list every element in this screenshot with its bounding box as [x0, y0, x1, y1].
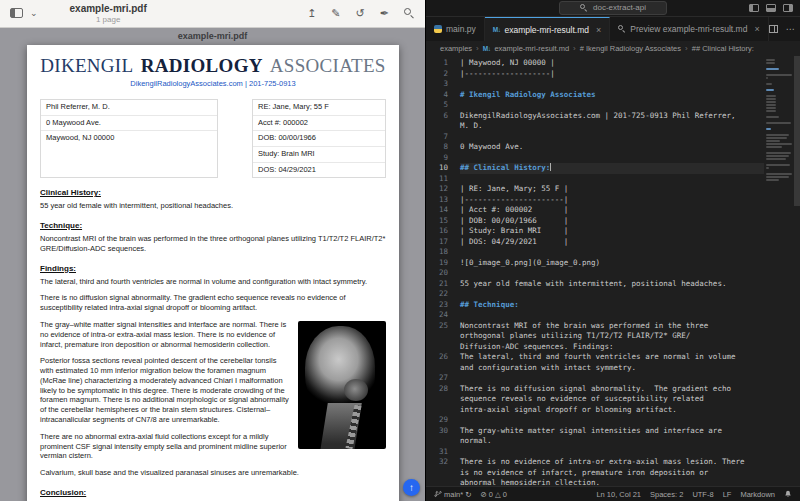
command-center[interactable]: doc-extract-api [559, 1, 667, 15]
line-number [426, 342, 448, 353]
minimap-line [766, 62, 775, 64]
code-line[interactable]: Noncontrast MRI of the brain was perform… [460, 321, 764, 332]
code-line[interactable]: |----------------------| [460, 195, 764, 206]
indentation[interactable]: Spaces: 2 [650, 490, 683, 499]
markup-pencil-icon[interactable]: ✎ [331, 8, 340, 19]
code-line[interactable]: normal. [460, 436, 764, 447]
pen-icon[interactable]: ✒ [380, 8, 389, 19]
breadcrumb-item-file[interactable]: example-mri-result.md [494, 44, 569, 53]
code-line[interactable]: ![0_image_0.png](0_image_0.png) [460, 258, 764, 269]
minimap[interactable] [764, 56, 794, 486]
split-editor-icon[interactable] [769, 25, 778, 33]
toggle-secondary-sidebar-icon[interactable] [783, 4, 793, 12]
language-mode[interactable]: Markdown [740, 490, 775, 499]
toggle-panel-icon[interactable] [766, 4, 776, 12]
line-number: 29 [426, 415, 448, 426]
share-icon[interactable]: ↥ [307, 8, 316, 19]
code-line[interactable] [460, 373, 764, 384]
line-number: 19 [426, 258, 448, 269]
scrollbar-thumb[interactable] [794, 56, 800, 206]
code-line[interactable] [460, 447, 764, 458]
code-line[interactable]: | Maywood, NJ 00000 | [460, 58, 764, 69]
chevron-down-icon[interactable]: ⌄ [30, 9, 38, 18]
eol[interactable]: LF [723, 490, 732, 499]
encoding[interactable]: UTF-8 [692, 490, 713, 499]
breadcrumb-item-h1[interactable]: # Ikengil Radiology Associates [580, 44, 681, 53]
code-line[interactable] [460, 174, 764, 185]
close-icon[interactable]: × [754, 24, 759, 34]
pdf-page[interactable]: DIKENGIL RADIOLOGY ASSOCIATES DikengilRa… [27, 45, 399, 501]
close-icon[interactable]: × [596, 25, 601, 35]
python-icon [434, 25, 442, 33]
breadcrumb-item-folder[interactable]: examples [440, 44, 472, 53]
breadcrumb-item-h2[interactable]: ## Clinical History: [692, 44, 754, 53]
line-number: 13 [426, 195, 448, 206]
code-line[interactable]: M. D. [460, 121, 764, 132]
code-line[interactable]: ## Technique: [460, 300, 764, 311]
rotate-left-icon[interactable]: ↺ [356, 8, 365, 19]
line-number: 15 [426, 216, 448, 227]
code-line[interactable]: |-------------------| [460, 69, 764, 80]
editor-gutter: 123456 789101112131415161718192021222324… [426, 56, 452, 486]
line-number: 16 [426, 226, 448, 237]
code-line[interactable]: DikengilRadiologyAssociates.com | 201-72… [460, 111, 764, 122]
code-line[interactable]: Diffusion-ADC sequences. Findings: [460, 342, 764, 353]
status-right: Ln 10, Col 21 Spaces: 2 UTF-8 LF Markdow… [596, 490, 792, 499]
minimap-line [766, 74, 792, 76]
paragraph: 55 year old female with intermittent, po… [40, 201, 386, 211]
editor-code[interactable]: | Maywood, NJ 00000 ||------------------… [452, 56, 764, 486]
floating-action-button[interactable]: ↑ [403, 479, 420, 496]
code-line[interactable]: | Acct #: 000002 | [460, 205, 764, 216]
patient-line: Study: Brain MRI [253, 147, 385, 163]
code-line[interactable]: There is no diffusion signal abnormality… [460, 384, 764, 395]
code-line[interactable]: ## Clinical History: [460, 163, 764, 174]
code-line[interactable]: 55 year old female with intermittent, po… [460, 279, 764, 290]
editor[interactable]: 123456 789101112131415161718192021222324… [426, 56, 800, 486]
line-number [426, 468, 448, 479]
code-line[interactable] [460, 268, 764, 279]
clinic-contact-link[interactable]: DikengilRadiologyAssociates.com | 201-72… [40, 79, 386, 88]
bell-icon[interactable] [784, 490, 792, 498]
code-line[interactable]: The gray-white matter signal intensities… [460, 426, 764, 437]
code-line[interactable] [460, 100, 764, 111]
tab-preview-example-mri-result-md[interactable]: Preview example-mri-result.md × [610, 17, 768, 41]
cursor-position[interactable]: Ln 10, Col 21 [596, 490, 641, 499]
code-line[interactable]: 0 Maywood Ave. [460, 142, 764, 153]
code-line[interactable] [460, 289, 764, 300]
tab-main-py[interactable]: main.py [426, 17, 485, 41]
address-row: Phil Referrer, M. D. 0 Maywood Ave. Mayw… [40, 99, 386, 178]
code-line[interactable]: orthogonal planes utilizing T1/T2/T2 FLA… [460, 331, 764, 342]
code-line[interactable]: | DOS: 04/29/2021 | [460, 237, 764, 248]
code-line[interactable]: and configuration with intact symmetry. [460, 363, 764, 374]
code-line[interactable] [460, 247, 764, 258]
code-line[interactable]: | Study: Brain MRI | [460, 226, 764, 237]
code-line[interactable] [460, 310, 764, 321]
search-icon[interactable] [404, 8, 415, 19]
code-line[interactable]: is no evidence of infarct, premature iro… [460, 468, 764, 479]
section-heading: Findings: [40, 264, 386, 273]
tab-example-mri-result-md[interactable]: M↓ example-mri-result.md × [485, 17, 610, 41]
code-line[interactable]: There is no evidence of intra-or extra-a… [460, 457, 764, 468]
code-line[interactable]: | RE: Jane, Mary; 55 F | [460, 184, 764, 195]
code-line[interactable]: # Ikengil Radiology Associates [460, 90, 764, 101]
code-line[interactable] [460, 132, 764, 143]
line-number: 20 [426, 268, 448, 279]
code-line[interactable]: The lateral, third and fourth ventricles… [460, 352, 764, 363]
code-line[interactable]: intra-axial signal dropoff or blooming a… [460, 405, 764, 416]
toggle-sidebar-icon[interactable] [749, 4, 759, 12]
layout-controls [749, 4, 793, 12]
branch-indicator[interactable]: main* ↻ [434, 490, 471, 499]
preview-title: example-mri.pdf [70, 3, 147, 15]
problems-indicator[interactable]: ⊘ 0 △ 0 [480, 490, 506, 499]
sidebar-toggle-icon[interactable] [10, 8, 23, 20]
more-actions-icon[interactable]: ⋯ [786, 24, 795, 34]
code-line[interactable]: abnormal hemosiderin cllection. [460, 478, 764, 486]
code-line[interactable] [460, 415, 764, 426]
code-line[interactable] [460, 79, 764, 90]
line-number: 31 [426, 447, 448, 458]
code-line[interactable]: sequence reveals no evidence of suscepti… [460, 394, 764, 405]
code-line[interactable] [460, 153, 764, 164]
code-line[interactable]: | DOB: 00/00/1966 | [460, 216, 764, 227]
markdown-icon: M↓ [493, 26, 501, 33]
scrollbar[interactable] [794, 56, 800, 486]
